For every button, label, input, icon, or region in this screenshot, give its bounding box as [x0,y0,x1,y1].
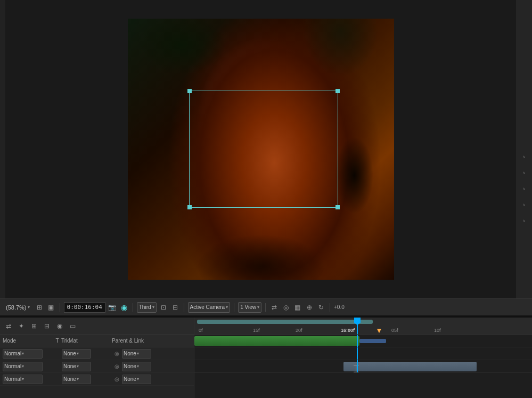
layers-icon[interactable]: ⊟ [42,321,52,331]
camera-label: Active Camera [190,304,225,310]
in-point-marker[interactable]: ▼ [375,326,383,335]
layer-row-2[interactable]: Normal ▾ None ▾ ◎ None ▾ [0,360,194,373]
track-2-playhead [357,347,358,360]
layer-1-mode-dropdown[interactable]: Normal ▾ [3,349,43,359]
main-area: › › › › › [0,0,532,298]
layer-3-mode-dropdown[interactable]: Normal ▾ [3,375,43,384]
camera-icon-btn[interactable]: 📷 [108,303,117,312]
handle-tr[interactable] [335,89,340,93]
camera-dropdown[interactable]: Active Camera ▾ [188,302,231,313]
layer-2-link-icon: ◎ [112,363,121,369]
layer-3-parent-dropdown[interactable]: None ▾ [122,375,151,384]
ruler-mark-05f: 05f [391,328,398,334]
ruler-mark-1600: 16:00f [341,328,355,334]
stagger-icon[interactable]: ⊞ [29,321,39,331]
sep-2 [133,303,133,312]
ruler-mark-0f: 0f [199,328,203,334]
transfer-button[interactable]: ⇄ [269,303,279,312]
view-dropdown[interactable]: Third ▾ [137,302,157,313]
sep-5 [265,303,266,312]
timeline-ruler[interactable]: 0f 15f 20f 16:00f 05f 10f ▼ [194,318,532,335]
selection-rect[interactable] [189,91,338,208]
track-row-2[interactable] [194,347,532,360]
viewer-canvas [128,19,394,280]
sync-button[interactable]: ↻ [316,303,326,312]
track-3-playhead [357,360,358,372]
timeline-tracks: ⌶ [194,335,532,398]
layer-1-trkmat-arrow: ▾ [77,351,79,356]
layer-2-parent-arrow: ▾ [137,364,139,369]
col-parent-header: Parent & Link [112,338,176,344]
viewer-container [5,0,516,298]
handle-bl[interactable] [187,205,192,209]
zoom-dropdown-arrow: ▾ [28,305,30,310]
grid-button[interactable]: ⊟ [170,303,180,312]
expand-icon-2[interactable]: › [523,170,525,176]
view-count-label: 1 View [240,304,256,310]
left-sidebar [0,0,5,298]
view-label: Third [139,304,151,310]
expand-icon-5[interactable]: › [523,218,525,224]
motion-blur-button[interactable]: ◎ [281,303,291,312]
layers-header: Mode T TrkMat Parent & Link [0,335,194,347]
layer-2-trkmat-arrow: ▾ [77,364,79,369]
layer-1-link-icon: ◎ [112,351,121,356]
expand-icon-4[interactable]: › [523,202,525,208]
expand-icon-1[interactable]: › [523,155,525,160]
bar-chart-button[interactable]: ▦ [293,303,302,312]
clip-1-blue[interactable] [359,339,386,343]
clip-3-gray[interactable] [343,362,477,371]
ruler-mark-10f: 10f [434,328,441,334]
zoom-button[interactable]: (58.7%) ▾ [3,302,32,313]
sep-1 [60,303,60,312]
layer-2-trkmat-dropdown[interactable]: None ▾ [62,362,91,371]
view-count-dropdown-arrow: ▾ [257,305,259,310]
clip-1-green[interactable] [194,336,359,346]
comment-icon[interactable]: ▭ [67,321,78,331]
timecode-display[interactable]: 0:00:16:04 [64,302,105,313]
track-1-playhead [357,335,358,347]
col-t-header: T [53,338,61,344]
handle-tl[interactable] [187,89,192,93]
fit-width-button[interactable]: ⊞ [35,303,44,312]
playhead-line[interactable] [357,318,358,334]
layer-row-3[interactable]: Normal ▾ None ▾ ◎ None ▾ [0,373,194,386]
scrubber-icon[interactable]: ⌶ [354,364,359,373]
clock-icon[interactable]: ◉ [54,321,65,331]
timeline-left-panel: ⇄ ✦ ⊞ ⊟ ◉ ▭ Mode T TrkMat Parent & Link … [0,318,194,398]
sep-4 [234,303,234,312]
layer-2-parent-dropdown[interactable]: None ▾ [122,362,151,371]
col-mode-header: Mode [3,338,53,344]
color-icon-btn[interactable]: ◉ [119,303,129,312]
viewer-toolbar: (58.7%) ▾ ⊞ ▣ 0:00:16:04 📷 ◉ Third ▾ ⊡ ⊟… [0,298,532,315]
track-row-1[interactable] [194,335,532,347]
track-row-3[interactable]: ⌶ [194,360,532,373]
timeline-area: ⇄ ✦ ⊞ ⊟ ◉ ▭ Mode T TrkMat Parent & Link … [0,318,532,398]
timeline-toolbar: ⇄ ✦ ⊞ ⊟ ◉ ▭ [0,318,194,335]
right-sidebar: › › › › › [516,0,532,298]
layer-1-parent-dropdown[interactable]: None ▾ [122,349,151,359]
layer-1-mode-arrow: ▾ [22,351,24,356]
layer-1-trkmat-dropdown[interactable]: None ▾ [62,349,91,359]
ruler-mark-20f: 20f [296,328,302,334]
guides-button[interactable]: ⊡ [159,303,168,312]
layer-1-parent-arrow: ▾ [137,351,139,356]
comp-icon[interactable]: ⇄ [3,321,14,331]
layer-row-1[interactable]: Normal ▾ None ▾ ◎ None ▾ [0,347,194,360]
expand-icon-3[interactable]: › [523,186,525,192]
layer-3-trkmat-dropdown[interactable]: None ▾ [62,375,91,384]
layer-2-mode-dropdown[interactable]: Normal ▾ [3,362,43,371]
camera-dropdown-arrow: ▾ [226,305,228,310]
exposure-value: +0.0 [334,304,345,310]
zoom-group: (58.7%) ▾ [3,302,32,313]
handle-br[interactable] [335,205,340,209]
network-button[interactable]: ⊕ [305,303,314,312]
zoom-value: (58.7%) [6,304,27,311]
timeline-right-panel: 0f 15f 20f 16:00f 05f 10f ▼ [194,318,532,398]
layer-2-mode-arrow: ▾ [22,364,24,369]
work-area-bar[interactable] [197,320,373,324]
snapshot-button[interactable]: ▣ [46,303,56,312]
layer-3-mode-arrow: ▾ [22,377,24,381]
star-icon[interactable]: ✦ [16,321,27,331]
view-count-dropdown[interactable]: 1 View ▾ [238,302,261,313]
